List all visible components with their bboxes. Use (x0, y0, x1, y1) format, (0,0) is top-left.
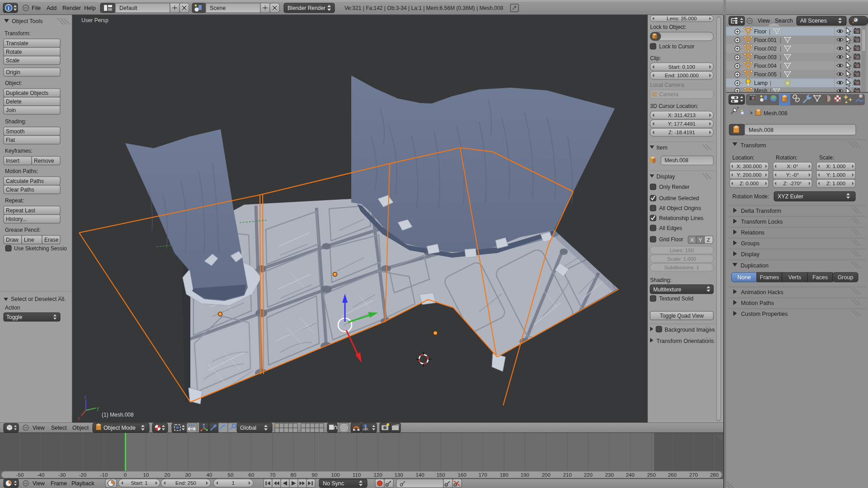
svg-text:Item: Item (656, 145, 667, 151)
svg-text:Repeat Last: Repeat Last (6, 207, 35, 214)
svg-text:View: View (758, 18, 770, 24)
svg-text:Motion Paths:: Motion Paths: (5, 168, 38, 174)
svg-text:50: 50 (228, 472, 234, 478)
svg-text:x: x (78, 416, 80, 421)
svg-text:Z: Z (707, 237, 710, 243)
svg-text:20: 20 (165, 472, 170, 478)
svg-text:Floor.001: Floor.001 (754, 37, 777, 43)
svg-text:Subdivisions: 1: Subdivisions: 1 (664, 265, 699, 270)
svg-text:User Persp: User Persp (81, 17, 108, 23)
svg-text:80: 80 (291, 472, 297, 478)
svg-text:240: 240 (626, 472, 634, 478)
svg-text:Object Mode: Object Mode (104, 425, 136, 431)
svg-text:Animation Hacks: Animation Hacks (741, 289, 783, 296)
svg-text:Only Render: Only Render (659, 184, 689, 190)
svg-text:Z: 0.000: Z: 0.000 (740, 181, 759, 186)
svg-text:(1) Mesh.008: (1) Mesh.008 (102, 412, 134, 418)
svg-text:Display: Display (656, 174, 675, 180)
svg-text:Global: Global (240, 425, 256, 431)
svg-text:Lines: 150: Lines: 150 (670, 248, 693, 253)
svg-text:-10: -10 (100, 472, 108, 478)
svg-text:Mesh.008: Mesh.008 (749, 127, 774, 133)
svg-text:|: | (780, 63, 781, 69)
svg-text:120: 120 (373, 472, 382, 478)
svg-text:Ve:321 | Fa:142 | Ob:3-34 | La: Ve:321 | Fa:142 | Ob:3-34 | La:1 | Mem:6… (344, 5, 503, 11)
svg-text:Group: Group (838, 274, 854, 281)
svg-text:Display: Display (741, 251, 760, 258)
svg-text:90: 90 (312, 472, 318, 478)
svg-text:Verts: Verts (788, 274, 802, 281)
svg-text:Remove: Remove (34, 158, 54, 164)
svg-text:Scene: Scene (210, 5, 226, 11)
svg-text:170: 170 (478, 472, 487, 478)
svg-text:280: 280 (710, 472, 718, 478)
svg-text:Groups: Groups (741, 240, 760, 247)
svg-text:160: 160 (458, 472, 466, 478)
svg-text:Y: 200.000: Y: 200.000 (737, 172, 762, 178)
svg-text:Background Images: Background Images (665, 327, 715, 333)
svg-text:z: z (84, 394, 86, 399)
svg-text:180: 180 (500, 472, 508, 478)
svg-text:Calculate Paths: Calculate Paths (6, 178, 44, 184)
svg-text:Rotate: Rotate (6, 49, 22, 55)
svg-text:|: | (780, 46, 781, 52)
svg-text:Help: Help (84, 5, 96, 11)
svg-text:10: 10 (143, 472, 149, 478)
svg-text:Default: Default (119, 5, 137, 11)
svg-text:Transform Orientations: Transform Orientations (656, 338, 714, 344)
svg-text:Frames: Frames (760, 274, 779, 281)
svg-text:X: 311.4213: X: 311.4213 (668, 113, 695, 118)
svg-text:-20: -20 (79, 472, 87, 478)
svg-text:Floor: Floor (754, 28, 766, 35)
svg-text:Grease Pencil:: Grease Pencil: (5, 227, 41, 233)
svg-text:260: 260 (668, 472, 676, 478)
svg-text:Lock to Object:: Lock to Object: (650, 24, 686, 30)
svg-text:270: 270 (689, 472, 698, 478)
svg-text:210: 210 (563, 472, 571, 478)
svg-text:|: | (780, 71, 781, 78)
svg-text:All Scenes: All Scenes (800, 18, 827, 24)
svg-text:150: 150 (436, 472, 445, 478)
svg-text:220: 220 (584, 472, 592, 478)
svg-text:Multitexture: Multitexture (653, 286, 681, 293)
svg-text:y: y (97, 406, 99, 411)
svg-text:Scale:: Scale: (819, 155, 834, 161)
svg-text:|: | (780, 37, 781, 43)
svg-text:Z: -270°: Z: -270° (783, 181, 802, 186)
svg-text:Floor.005: Floor.005 (754, 71, 777, 78)
svg-text:|: | (770, 80, 771, 86)
svg-text:Clear Paths: Clear Paths (6, 187, 34, 193)
svg-text:Clip:: Clip: (650, 55, 661, 61)
svg-text:Toggle: Toggle (6, 314, 23, 320)
svg-text:|: | (780, 54, 781, 61)
svg-text:Floor.002: Floor.002 (754, 46, 777, 52)
svg-text:X: 0°: X: 0° (787, 164, 798, 169)
svg-text:250: 250 (647, 472, 656, 478)
svg-text:Mesh.008: Mesh.008 (764, 110, 788, 117)
svg-text:Floor.003: Floor.003 (754, 54, 777, 61)
svg-text:140: 140 (415, 472, 424, 478)
svg-text:End: 250: End: 250 (175, 480, 196, 486)
svg-text:Flat: Flat (6, 137, 15, 143)
svg-text:Erase: Erase (44, 237, 59, 243)
svg-text:End: 1000.000: End: 1000.000 (665, 73, 699, 78)
svg-text:3D Cursor Location:: 3D Cursor Location: (650, 103, 698, 109)
svg-text:Y: 177.4491: Y: 177.4491 (668, 121, 695, 127)
svg-text:Use Sketching Sessio: Use Sketching Sessio (14, 245, 67, 252)
svg-text:View: View (33, 480, 45, 487)
svg-text:Shading:: Shading: (650, 277, 671, 283)
svg-text:Object Tools: Object Tools (12, 18, 43, 24)
svg-text:Textured Solid: Textured Solid (659, 296, 693, 302)
svg-text:i: i (8, 5, 9, 11)
svg-text:XYZ Euler: XYZ Euler (778, 193, 803, 200)
svg-text:200: 200 (542, 472, 550, 478)
svg-text:Transform Locks: Transform Locks (741, 219, 783, 225)
svg-text:Search: Search (775, 18, 793, 24)
svg-text:100: 100 (331, 472, 340, 478)
svg-text:110: 110 (353, 472, 361, 478)
svg-text:X: X (690, 237, 694, 243)
svg-text:Custom Properties: Custom Properties (741, 311, 788, 317)
svg-text:190: 190 (520, 472, 529, 478)
svg-text:|: | (769, 28, 770, 35)
svg-text:-50: -50 (16, 472, 24, 478)
